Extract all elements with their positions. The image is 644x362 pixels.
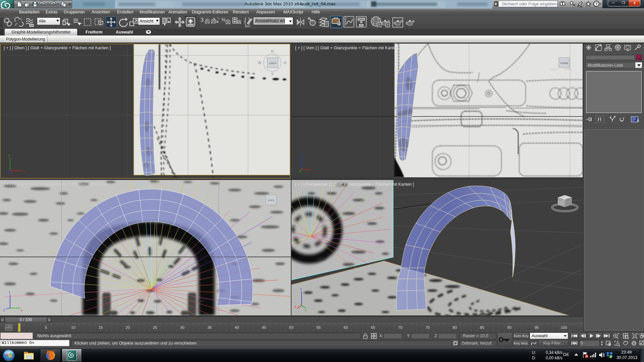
svg-text:x: x [295,305,297,308]
svg-text:z: z [300,287,302,291]
svg-text:20: 20 [126,325,130,329]
svg-text:70: 70 [398,325,402,329]
svg-text:O: O [284,61,287,65]
svg-text:25: 25 [153,325,157,329]
svg-text:40: 40 [235,325,239,329]
svg-text:15: 15 [98,325,103,329]
svg-text:10: 10 [71,325,75,329]
svg-text:?: ? [595,2,598,6]
svg-text:y: y [3,308,5,311]
svg-text:90: 90 [507,325,512,329]
svg-text:LINKS: LINKS [268,199,275,201]
svg-text:30: 30 [180,325,184,329]
svg-text:z: z [300,151,302,154]
svg-text:60: 60 [344,325,348,329]
svg-text:55: 55 [316,325,321,329]
svg-text:100: 100 [560,325,567,329]
svg-text:5: 5 [45,325,47,329]
svg-text:65: 65 [371,325,375,329]
svg-text:%: % [221,17,225,22]
svg-text:50: 50 [289,325,293,329]
svg-text:S: S [271,72,274,76]
svg-text:x: x [21,309,22,312]
svg-text:85: 85 [480,325,484,329]
svg-text:45: 45 [262,325,266,329]
svg-text:95: 95 [534,325,539,329]
svg-text:W: W [258,61,262,65]
svg-text:75: 75 [425,325,430,329]
svg-text:3: 3 [201,17,204,23]
svg-text:VORNE: VORNE [560,62,569,64]
svg-text:N: N [271,49,274,53]
svg-text:x: x [23,170,25,173]
svg-text:80: 80 [453,325,457,329]
svg-text:y: y [8,154,10,157]
svg-text:y: y [305,309,307,312]
svg-text:OBEN: OBEN [269,62,276,65]
svg-text:z: z [9,291,10,294]
svg-text:ABC: ABC [245,25,251,28]
svg-text:35: 35 [207,325,212,329]
